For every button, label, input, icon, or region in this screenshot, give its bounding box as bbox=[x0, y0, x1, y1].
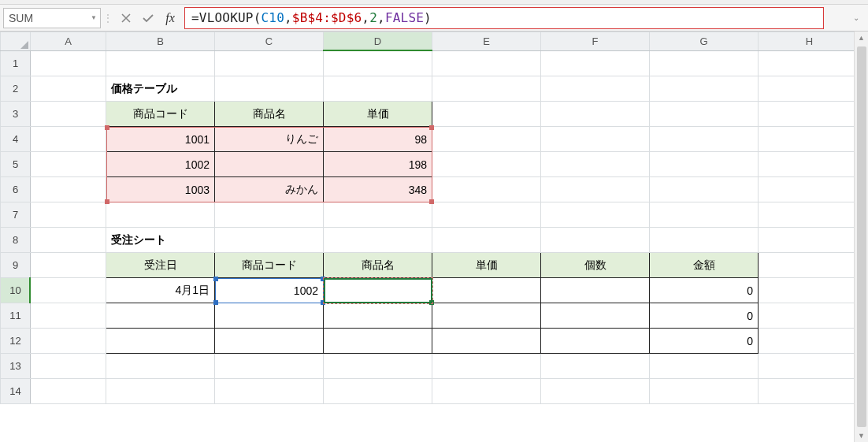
cell-E5[interactable] bbox=[432, 152, 541, 177]
cell-E9[interactable]: 単価 bbox=[432, 253, 541, 278]
scroll-thumb[interactable] bbox=[857, 46, 866, 427]
col-header-B[interactable]: B bbox=[106, 32, 215, 51]
cell-H3[interactable] bbox=[759, 102, 861, 127]
cell-G2[interactable] bbox=[650, 76, 759, 102]
col-header-H[interactable]: H bbox=[759, 32, 861, 51]
cell-B13[interactable] bbox=[106, 354, 215, 379]
cell-H12[interactable] bbox=[759, 329, 861, 354]
cell-H14[interactable] bbox=[759, 379, 861, 404]
cell-G6[interactable] bbox=[650, 177, 759, 202]
cell-G10[interactable]: 0 bbox=[650, 278, 759, 303]
cell-F6[interactable] bbox=[541, 177, 650, 202]
cell-H7[interactable] bbox=[759, 202, 861, 228]
cell-D14[interactable] bbox=[324, 379, 432, 404]
cell-H2[interactable] bbox=[759, 76, 861, 102]
col-header-C[interactable]: C bbox=[215, 32, 324, 51]
cell-G3[interactable] bbox=[650, 102, 759, 127]
row-header-7[interactable]: 7 bbox=[1, 202, 31, 228]
cell-H11[interactable] bbox=[759, 303, 861, 329]
cell-C11[interactable] bbox=[215, 303, 324, 329]
cell-B1[interactable] bbox=[106, 51, 215, 76]
cell-D5[interactable]: 198 bbox=[324, 152, 432, 177]
cell-F8[interactable] bbox=[541, 228, 650, 253]
cell-E11[interactable] bbox=[432, 303, 541, 329]
cell-H1[interactable] bbox=[759, 51, 861, 76]
cell-E12[interactable] bbox=[432, 329, 541, 354]
cell-B6[interactable]: 1003 bbox=[106, 177, 215, 202]
cell-E7[interactable] bbox=[432, 202, 541, 228]
cell-C5[interactable] bbox=[215, 152, 324, 177]
cell-B8[interactable]: 受注シート bbox=[106, 228, 215, 253]
cell-F13[interactable] bbox=[541, 354, 650, 379]
cell-D4[interactable]: 98 bbox=[324, 127, 432, 152]
name-box[interactable]: SUM ▼ bbox=[3, 8, 101, 28]
cell-A6[interactable] bbox=[31, 177, 106, 202]
cell-F5[interactable] bbox=[541, 152, 650, 177]
cell-A10[interactable] bbox=[31, 278, 106, 303]
cell-C12[interactable] bbox=[215, 329, 324, 354]
cell-B7[interactable] bbox=[106, 202, 215, 228]
cell-F10[interactable] bbox=[541, 278, 650, 303]
cell-C3[interactable]: 商品名 bbox=[215, 102, 324, 127]
cell-A2[interactable] bbox=[31, 76, 106, 102]
cell-E6[interactable] bbox=[432, 177, 541, 202]
cell-G5[interactable] bbox=[650, 152, 759, 177]
row-header-2[interactable]: 2 bbox=[1, 76, 31, 102]
cell-H4[interactable] bbox=[759, 127, 861, 152]
cell-A3[interactable] bbox=[31, 102, 106, 127]
cell-B12[interactable] bbox=[106, 329, 215, 354]
cell-D8[interactable] bbox=[324, 228, 432, 253]
cell-B4[interactable]: 1001 bbox=[106, 127, 215, 152]
row-header-13[interactable]: 13 bbox=[1, 354, 31, 379]
fx-icon[interactable]: fx bbox=[159, 11, 181, 25]
row-header-1[interactable]: 1 bbox=[1, 51, 31, 76]
cell-A12[interactable] bbox=[31, 329, 106, 354]
cell-F11[interactable] bbox=[541, 303, 650, 329]
cell-E1[interactable] bbox=[432, 51, 541, 76]
cell-D11[interactable] bbox=[324, 303, 432, 329]
row-header-8[interactable]: 8 bbox=[1, 228, 31, 253]
cell-C6[interactable]: みかん bbox=[215, 177, 324, 202]
vertical-scrollbar[interactable]: ▲ ▼ bbox=[854, 32, 868, 442]
cell-C13[interactable] bbox=[215, 354, 324, 379]
cell-D7[interactable] bbox=[324, 202, 432, 228]
cell-E4[interactable] bbox=[432, 127, 541, 152]
scroll-up-icon[interactable]: ▲ bbox=[858, 34, 865, 42]
cell-D2[interactable] bbox=[324, 76, 432, 102]
confirm-button[interactable] bbox=[137, 8, 159, 28]
cell-E2[interactable] bbox=[432, 76, 541, 102]
cell-D1[interactable] bbox=[324, 51, 432, 76]
cell-E3[interactable] bbox=[432, 102, 541, 127]
cell-B11[interactable] bbox=[106, 303, 215, 329]
cell-B14[interactable] bbox=[106, 379, 215, 404]
row-header-3[interactable]: 3 bbox=[1, 102, 31, 127]
spreadsheet-grid[interactable]: ABCDEFGH12価格テーブル3商品コード商品名単価41001りんご98510… bbox=[0, 32, 868, 442]
cell-H13[interactable] bbox=[759, 354, 861, 379]
cell-F4[interactable] bbox=[541, 127, 650, 152]
cell-C4[interactable]: りんご bbox=[215, 127, 324, 152]
cell-D12[interactable] bbox=[324, 329, 432, 354]
cell-G4[interactable] bbox=[650, 127, 759, 152]
row-header-9[interactable]: 9 bbox=[1, 253, 31, 278]
col-header-F[interactable]: F bbox=[541, 32, 650, 51]
cell-D3[interactable]: 単価 bbox=[324, 102, 432, 127]
cell-G1[interactable] bbox=[650, 51, 759, 76]
cell-G9[interactable]: 金額 bbox=[650, 253, 759, 278]
cancel-button[interactable] bbox=[115, 8, 137, 28]
cell-E13[interactable] bbox=[432, 354, 541, 379]
col-header-D[interactable]: D bbox=[324, 32, 432, 51]
cell-G12[interactable]: 0 bbox=[650, 329, 759, 354]
cell-C8[interactable] bbox=[215, 228, 324, 253]
formula-input[interactable]: =VLOOKUP(C10,$B$4:$D$6,2,FALSE) bbox=[184, 7, 824, 29]
cell-F12[interactable] bbox=[541, 329, 650, 354]
cell-D6[interactable]: 348 bbox=[324, 177, 432, 202]
row-header-11[interactable]: 11 bbox=[1, 303, 31, 329]
col-header-E[interactable]: E bbox=[432, 32, 541, 51]
cell-G14[interactable] bbox=[650, 379, 759, 404]
cell-G13[interactable] bbox=[650, 354, 759, 379]
cell-C10[interactable]: 1002 bbox=[215, 278, 324, 303]
scroll-down-icon[interactable]: ▼ bbox=[858, 432, 865, 440]
cell-F7[interactable] bbox=[541, 202, 650, 228]
row-header-4[interactable]: 4 bbox=[1, 127, 31, 152]
cell-C9[interactable]: 商品コード bbox=[215, 253, 324, 278]
